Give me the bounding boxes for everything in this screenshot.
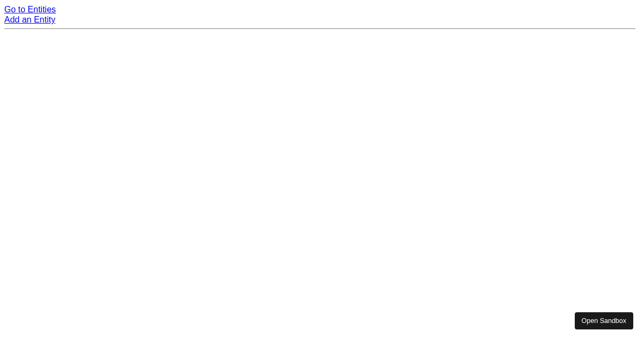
nav-links: Go to Entities Add an Entity xyxy=(4,4,640,25)
divider xyxy=(4,28,635,29)
add-entity-link[interactable]: Add an Entity xyxy=(4,14,55,25)
open-sandbox-button[interactable]: Open Sandbox xyxy=(575,312,633,329)
go-to-entities-link[interactable]: Go to Entities xyxy=(4,4,56,14)
